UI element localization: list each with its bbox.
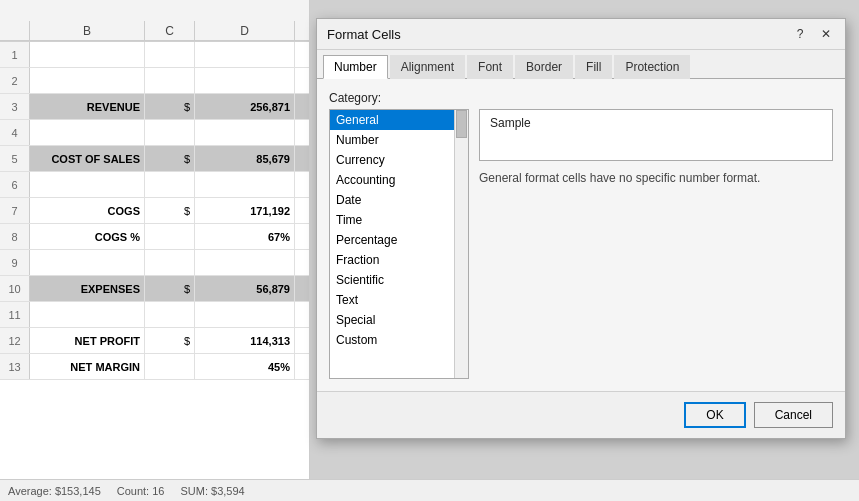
cell-b13[interactable]: NET MARGIN bbox=[30, 354, 145, 379]
sample-value bbox=[490, 134, 822, 154]
cell-d6[interactable] bbox=[195, 172, 295, 197]
cell-b2[interactable] bbox=[30, 68, 145, 93]
table-row[interactable]: 5 COST OF SALES $ 85,679 bbox=[0, 146, 309, 172]
row-num: 8 bbox=[0, 224, 30, 249]
category-item-fraction[interactable]: Fraction bbox=[330, 250, 468, 270]
col-header-d[interactable]: D bbox=[195, 21, 295, 40]
table-row[interactable]: 7 COGS $ 171,192 bbox=[0, 198, 309, 224]
cell-b3[interactable]: REVENUE bbox=[30, 94, 145, 119]
status-count: Count: 16 bbox=[117, 485, 165, 497]
dialog-content: Category: General Number Currency Accoun… bbox=[317, 79, 845, 391]
format-description: General format cells have no specific nu… bbox=[479, 171, 833, 185]
tab-font[interactable]: Font bbox=[467, 55, 513, 79]
cell-b4[interactable] bbox=[30, 120, 145, 145]
table-row[interactable]: 3 REVENUE $ 256,871 bbox=[0, 94, 309, 120]
category-label: Category: bbox=[329, 91, 833, 105]
ok-button[interactable]: OK bbox=[684, 402, 745, 428]
category-item-custom[interactable]: Custom bbox=[330, 330, 468, 350]
right-panel: Sample General format cells have no spec… bbox=[479, 109, 833, 379]
tab-protection[interactable]: Protection bbox=[614, 55, 690, 79]
category-item-percentage[interactable]: Percentage bbox=[330, 230, 468, 250]
column-headers: B C D bbox=[0, 0, 309, 42]
cell-c7[interactable]: $ bbox=[145, 198, 195, 223]
cell-c13[interactable] bbox=[145, 354, 195, 379]
cell-d1[interactable] bbox=[195, 42, 295, 67]
table-row[interactable]: 9 bbox=[0, 250, 309, 276]
category-item-text[interactable]: Text bbox=[330, 290, 468, 310]
close-button[interactable]: ✕ bbox=[817, 25, 835, 43]
dialog-columns: General Number Currency Accounting Date … bbox=[329, 109, 833, 379]
cell-c12[interactable]: $ bbox=[145, 328, 195, 353]
cell-d4[interactable] bbox=[195, 120, 295, 145]
cell-b10[interactable]: EXPENSES bbox=[30, 276, 145, 301]
table-row[interactable]: 4 bbox=[0, 120, 309, 146]
help-button[interactable]: ? bbox=[791, 25, 809, 43]
category-list-container[interactable]: General Number Currency Accounting Date … bbox=[329, 109, 469, 379]
row-num: 7 bbox=[0, 198, 30, 223]
col-header-c[interactable]: C bbox=[145, 21, 195, 40]
table-row[interactable]: 12 NET PROFIT $ 114,313 bbox=[0, 328, 309, 354]
cell-d9[interactable] bbox=[195, 250, 295, 275]
cell-c3[interactable]: $ bbox=[145, 94, 195, 119]
scrollbar[interactable] bbox=[454, 110, 468, 378]
category-item-accounting[interactable]: Accounting bbox=[330, 170, 468, 190]
tab-number[interactable]: Number bbox=[323, 55, 388, 79]
sample-label: Sample bbox=[490, 116, 822, 130]
scroll-thumb bbox=[456, 110, 467, 138]
cancel-button[interactable]: Cancel bbox=[754, 402, 833, 428]
category-item-number[interactable]: Number bbox=[330, 130, 468, 150]
col-header-b[interactable]: B bbox=[30, 21, 145, 40]
cell-d13[interactable]: 45% bbox=[195, 354, 295, 379]
cell-c10[interactable]: $ bbox=[145, 276, 195, 301]
cell-b9[interactable] bbox=[30, 250, 145, 275]
sample-box: Sample bbox=[479, 109, 833, 161]
tab-border[interactable]: Border bbox=[515, 55, 573, 79]
spreadsheet: B C D 1 2 3 REVENUE $ 256,871 4 bbox=[0, 0, 310, 501]
table-row[interactable]: 10 EXPENSES $ 56,879 bbox=[0, 276, 309, 302]
category-item-time[interactable]: Time bbox=[330, 210, 468, 230]
cell-c11[interactable] bbox=[145, 302, 195, 327]
cell-c4[interactable] bbox=[145, 120, 195, 145]
cell-b1[interactable] bbox=[30, 42, 145, 67]
table-row[interactable]: 8 COGS % 67% bbox=[0, 224, 309, 250]
cell-d8[interactable]: 67% bbox=[195, 224, 295, 249]
category-item-date[interactable]: Date bbox=[330, 190, 468, 210]
category-item-special[interactable]: Special bbox=[330, 310, 468, 330]
tab-alignment[interactable]: Alignment bbox=[390, 55, 465, 79]
table-row[interactable]: 11 bbox=[0, 302, 309, 328]
dialog-titlebar: Format Cells ? ✕ bbox=[317, 19, 845, 50]
table-row[interactable]: 1 bbox=[0, 42, 309, 68]
cell-b12[interactable]: NET PROFIT bbox=[30, 328, 145, 353]
category-item-currency[interactable]: Currency bbox=[330, 150, 468, 170]
cell-d3[interactable]: 256,871 bbox=[195, 94, 295, 119]
cell-d10[interactable]: 56,879 bbox=[195, 276, 295, 301]
cell-d5[interactable]: 85,679 bbox=[195, 146, 295, 171]
cell-d7[interactable]: 171,192 bbox=[195, 198, 295, 223]
cell-c9[interactable] bbox=[145, 250, 195, 275]
dialog-title: Format Cells bbox=[327, 27, 401, 42]
cell-b5[interactable]: COST OF SALES bbox=[30, 146, 145, 171]
cell-d12[interactable]: 114,313 bbox=[195, 328, 295, 353]
tab-bar: Number Alignment Font Border Fill Protec… bbox=[317, 50, 845, 79]
table-row[interactable]: 13 NET MARGIN 45% bbox=[0, 354, 309, 380]
category-item-scientific[interactable]: Scientific bbox=[330, 270, 468, 290]
cell-c5[interactable]: $ bbox=[145, 146, 195, 171]
table-row[interactable]: 2 bbox=[0, 68, 309, 94]
cell-d2[interactable] bbox=[195, 68, 295, 93]
tab-fill[interactable]: Fill bbox=[575, 55, 612, 79]
cell-d11[interactable] bbox=[195, 302, 295, 327]
cell-b8[interactable]: COGS % bbox=[30, 224, 145, 249]
cell-c6[interactable] bbox=[145, 172, 195, 197]
cell-b7[interactable]: COGS bbox=[30, 198, 145, 223]
cell-b11[interactable] bbox=[30, 302, 145, 327]
cell-c1[interactable] bbox=[145, 42, 195, 67]
cell-c8[interactable] bbox=[145, 224, 195, 249]
category-item-general[interactable]: General bbox=[330, 110, 468, 130]
row-num: 5 bbox=[0, 146, 30, 171]
table-row[interactable]: 6 bbox=[0, 172, 309, 198]
status-average: Average: $153,145 bbox=[8, 485, 101, 497]
cell-b6[interactable] bbox=[30, 172, 145, 197]
format-cells-dialog: Format Cells ? ✕ Number Alignment Font B… bbox=[316, 18, 846, 439]
cell-c2[interactable] bbox=[145, 68, 195, 93]
dialog-controls: ? ✕ bbox=[791, 25, 835, 43]
